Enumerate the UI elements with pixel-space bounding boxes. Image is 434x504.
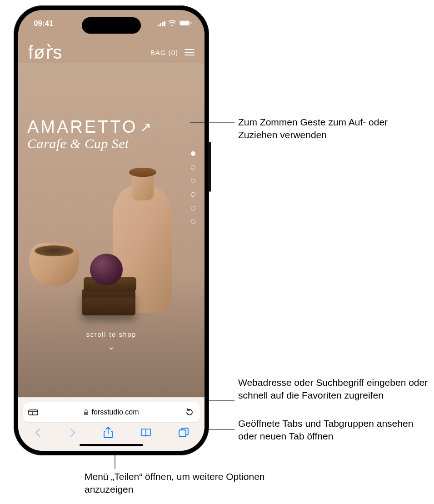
safari-chrome: forsstudio.com <box>18 397 205 451</box>
safari-toolbar <box>23 422 200 439</box>
callout-tabs: Geöffnete Tabs und Tabgruppen ansehen od… <box>238 417 429 443</box>
forward-button[interactable] <box>69 427 77 438</box>
home-indicator[interactable] <box>80 444 143 446</box>
status-indicators <box>158 19 192 28</box>
product-name: AMARETTO <box>27 117 137 137</box>
share-button[interactable] <box>103 427 113 439</box>
svg-rect-2 <box>190 22 192 24</box>
dynamic-island <box>82 17 141 34</box>
product-subtitle: Carafe & Cup Set <box>27 136 153 151</box>
external-arrow-icon: ↗ <box>140 119 153 135</box>
cup-illustration <box>29 243 79 286</box>
page-dot[interactable] <box>191 151 195 156</box>
wifi-icon <box>168 19 176 28</box>
callout-share: Menü „Teilen“ öffnen, um weitere Optione… <box>85 470 275 496</box>
callout-address: Webadresse oder Suchbegriff eingeben ode… <box>238 376 429 402</box>
svg-rect-3 <box>29 410 38 415</box>
scroll-hint[interactable]: scroll to shop ⌄ <box>18 331 205 352</box>
page-dot[interactable] <box>191 192 195 197</box>
callout-pinch: Zum Zommen Geste zum Auf- oder Zuziehen … <box>238 116 429 142</box>
lock-icon <box>84 409 89 415</box>
url-text: forsstudio.com <box>91 408 139 416</box>
product-heading[interactable]: AMARETTO ↗ Carafe & Cup Set <box>27 117 153 151</box>
page-dot[interactable] <box>191 165 195 170</box>
webpage-content[interactable]: AMARETTO ↗ Carafe & Cup Set scroll to sh… <box>18 63 205 397</box>
back-button[interactable] <box>34 427 42 438</box>
cellular-icon <box>158 21 166 26</box>
menu-icon[interactable] <box>185 49 195 55</box>
reload-icon[interactable] <box>185 408 195 417</box>
svg-rect-6 <box>84 412 88 415</box>
plum-illustration <box>90 254 123 285</box>
site-logo[interactable]: før̀s <box>28 42 63 63</box>
bag-link[interactable]: BAG (0) <box>150 49 178 56</box>
page-dot[interactable] <box>191 220 195 224</box>
site-header: før̀s BAG (0) <box>18 35 205 63</box>
page-dot[interactable] <box>191 206 195 210</box>
bookmarks-button[interactable] <box>140 428 152 438</box>
tabs-button[interactable] <box>178 427 189 438</box>
svg-rect-7 <box>179 430 186 437</box>
svg-rect-1 <box>180 21 189 25</box>
page-dots[interactable] <box>191 151 195 224</box>
address-bar[interactable]: forsstudio.com <box>23 402 200 422</box>
page-settings-icon[interactable] <box>28 409 38 416</box>
iphone-frame: 09:41 før̀s BAG (0) <box>14 5 209 455</box>
brownie-illustration <box>82 289 135 315</box>
chevron-down-icon: ⌄ <box>18 342 205 352</box>
screen: 09:41 før̀s BAG (0) <box>18 10 205 451</box>
battery-icon <box>179 19 192 28</box>
scroll-hint-label: scroll to shop <box>18 331 205 338</box>
clock: 09:41 <box>34 19 53 28</box>
url-display[interactable]: forsstudio.com <box>43 408 180 416</box>
page-dot[interactable] <box>191 179 195 183</box>
